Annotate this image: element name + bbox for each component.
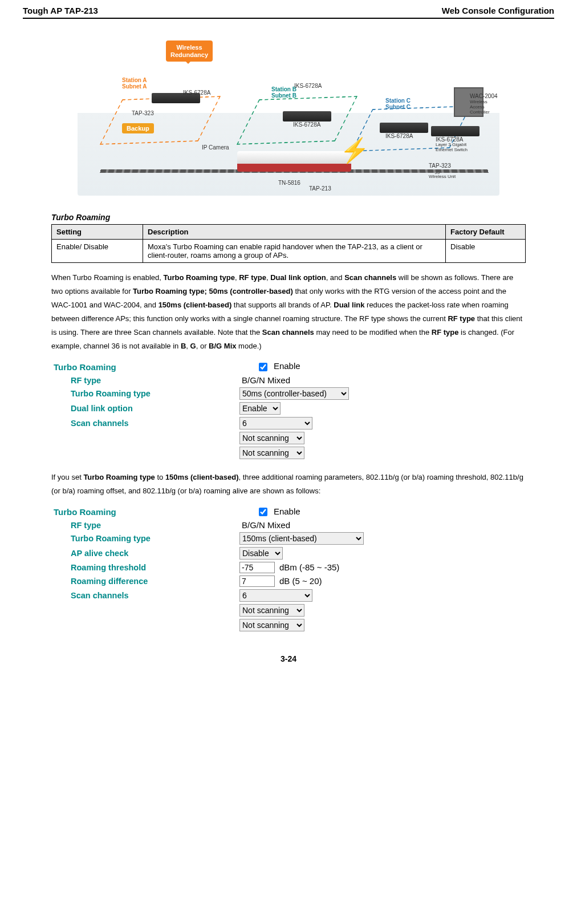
section-turbo-roaming-title: Turbo Roaming xyxy=(51,213,526,222)
th-default: Factory Default xyxy=(446,225,526,240)
select-scan2-1[interactable]: Not scanning xyxy=(239,432,304,444)
unit-difference: dB (5 ~ 20) xyxy=(277,576,322,586)
select-scan3-1[interactable]: Not scanning xyxy=(239,447,304,459)
td-description: Moxa's Turbo Roaming can enable rapid ha… xyxy=(143,240,446,263)
label-iks-c: IKS-6728A xyxy=(385,133,413,139)
label-iks-r-sub: Layer 3 Gigabit Ethernet Switch xyxy=(436,143,468,153)
label-rf-type-1: RF type xyxy=(51,376,239,385)
checkbox-turbo-enable-1[interactable] xyxy=(259,363,267,371)
select-roaming-type-2[interactable]: 150ms (client-based) xyxy=(239,532,364,545)
turbo-roaming-table: Setting Description Factory Default Enab… xyxy=(51,224,526,263)
label-turbo-roaming-2: Turbo Roaming xyxy=(51,507,257,517)
form-50ms: Turbo Roaming Enable RF type B/G/N Mixed… xyxy=(51,361,526,459)
text-enable-2: Enable xyxy=(271,506,300,516)
value-rf-type-2: B/G/N Mixed xyxy=(239,520,290,530)
label-wac: WAC-2004 xyxy=(470,93,498,99)
label-rf-type-2: RF type xyxy=(51,521,239,530)
value-rf-type-1: B/G/N Mixed xyxy=(239,375,290,385)
label-station-c: Station C Subnet C xyxy=(385,98,411,110)
train xyxy=(237,151,351,172)
th-description: Description xyxy=(143,225,446,240)
select-roaming-type-1[interactable]: 50ms (controller-based) xyxy=(239,387,349,400)
switch-r xyxy=(431,126,480,136)
input-roaming-threshold[interactable] xyxy=(239,562,275,573)
label-ipcam: IP Camera xyxy=(202,144,229,151)
text-enable-1: Enable xyxy=(271,361,300,371)
header-left: Tough AP TAP-213 xyxy=(23,6,98,15)
select-scan3-2[interactable]: Not scanning xyxy=(239,619,304,631)
label-iks-b: IKS-6728A xyxy=(293,121,320,128)
label-iks-a: IKS-6728A xyxy=(183,90,210,96)
select-scan2-2[interactable]: Not scanning xyxy=(239,604,304,617)
switch-b xyxy=(283,111,331,121)
label-dual-link: Dual link option xyxy=(51,404,239,413)
checkbox-turbo-enable-2[interactable] xyxy=(259,508,267,516)
label-roaming-threshold: Roaming threshold xyxy=(51,563,239,572)
form-150ms: Turbo Roaming Enable RF type B/G/N Mixed… xyxy=(51,506,526,631)
page-header: Tough AP TAP-213 Web Console Configurati… xyxy=(23,6,554,19)
th-setting: Setting xyxy=(52,225,143,240)
callout-wireless-redundancy: Wireless Redundancy xyxy=(166,40,213,62)
label-station-a: Station A Subnet A xyxy=(122,77,147,90)
unit-threshold: dBm (-85 ~ -35) xyxy=(277,562,339,572)
switch-c xyxy=(380,123,428,133)
input-roaming-difference[interactable] xyxy=(239,576,275,587)
label-turbo-roaming: Turbo Roaming xyxy=(51,362,257,372)
label-scan-channels-2: Scan channels xyxy=(51,591,239,600)
label-wac-sub: Wireless Access Controller xyxy=(470,100,490,115)
td-default: Disable xyxy=(446,240,526,263)
paragraph-1: When Turbo Roaming is enabled, Turbo Roa… xyxy=(51,271,526,353)
label-roaming-type-1: Turbo Roaming type xyxy=(51,389,239,398)
paragraph-2: If you set Turbo Roaming type to 150ms (… xyxy=(51,471,526,498)
label-tap323-l: TAP-323 xyxy=(132,110,154,116)
label-station-b: Station B Subnet B xyxy=(271,86,296,99)
page-number: 3-24 xyxy=(23,654,554,663)
label-iks-top: IKS-6728A xyxy=(294,83,322,89)
label-tn: TN-5816 xyxy=(278,180,300,186)
header-right: Web Console Configuration xyxy=(442,6,554,15)
label-tap213: TAP-213 xyxy=(309,185,331,192)
select-dual-link[interactable]: Enable xyxy=(239,402,281,415)
select-scan1-1[interactable]: 6 xyxy=(239,417,312,429)
label-scan-channels-1: Scan channels xyxy=(51,419,239,428)
label-roaming-type-2: Turbo Roaming type xyxy=(51,534,239,543)
label-roaming-difference: Roaming difference xyxy=(51,577,239,586)
select-ap-alive[interactable]: Disable xyxy=(239,547,283,560)
label-ap-alive: AP alive check xyxy=(51,549,239,558)
select-scan1-2[interactable]: 6 xyxy=(239,589,312,602)
bolt-icon: ⚡ xyxy=(340,136,369,164)
label-tap323-r: TAP-323 xyxy=(429,163,451,169)
chip-backup: Backup xyxy=(122,123,154,133)
network-diagram: Wireless Redundancy Station A Subnet A S… xyxy=(78,30,499,196)
td-setting: Enable/ Disable xyxy=(52,240,143,263)
